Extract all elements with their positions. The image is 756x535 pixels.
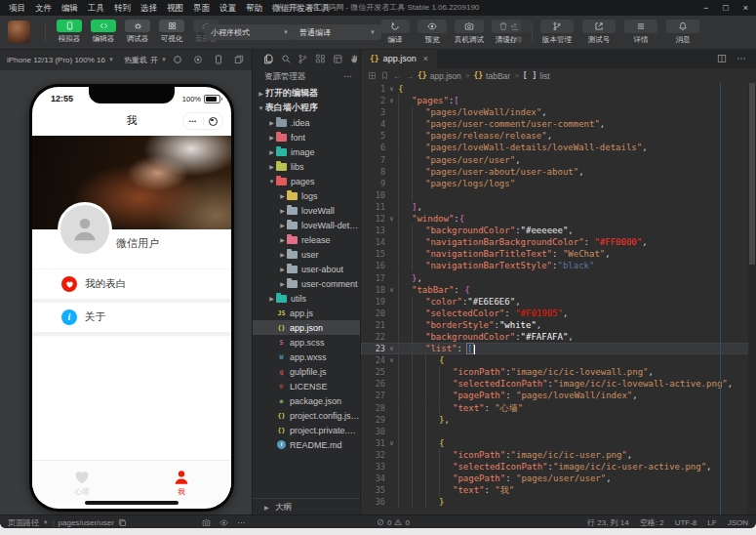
hot-reload-toggle[interactable]: 热重载 开 ▼	[124, 55, 167, 65]
user-avatar[interactable]	[8, 21, 30, 43]
code-line-26[interactable]: 26"selectedIconPath":"image/ic/ic-lovewa…	[361, 378, 756, 390]
code-line-22[interactable]: 22"backgroundColor":"#FAFAFA",	[361, 331, 756, 343]
minimize-button[interactable]: −	[703, 0, 708, 16]
tree-item-loveWall-details[interactable]: ▶loveWall-details	[253, 218, 360, 232]
maximize-button[interactable]: □	[723, 0, 728, 16]
真机调试-button[interactable]: 真机调试	[455, 20, 484, 45]
tree-item-打开的编辑器[interactable]: ▶打开的编辑器	[253, 86, 360, 101]
编译-button[interactable]: 编译	[380, 20, 410, 45]
menu-编辑[interactable]: 编辑	[57, 0, 83, 16]
code-line-13[interactable]: 13"backgroundColor":"#eeeeee",	[361, 225, 756, 236]
menu-项目[interactable]: 项目	[4, 0, 30, 16]
menu-帮助[interactable]: 帮助	[241, 0, 267, 16]
editor-scrollbar[interactable]	[748, 83, 756, 514]
code-line-15[interactable]: 15"navigationBarTitleText": "WeChat",	[361, 248, 756, 260]
code-line-29[interactable]: 29},	[361, 414, 756, 426]
tree-item-user[interactable]: ▶user	[253, 247, 360, 262]
fold-chevron-icon[interactable]: ∨	[385, 213, 398, 225]
fold-chevron-icon[interactable]: ∨	[385, 437, 398, 449]
code-line-33[interactable]: 33"selectedIconPath":"image/ic/ic-user-a…	[361, 461, 756, 473]
page-path-label[interactable]: 页面路径	[8, 517, 39, 528]
menu-界面[interactable]: 界面	[188, 0, 215, 16]
box-icon[interactable]	[333, 54, 343, 64]
tree-item-font[interactable]: ▶font	[253, 130, 360, 144]
tree-item-app.wxss[interactable]: Wapp.wxss	[253, 350, 360, 364]
encoding-setting[interactable]: UTF-8	[675, 518, 697, 527]
fold-chevron-icon[interactable]: ∨	[385, 354, 398, 366]
code-line-3[interactable]: 3"pages/loveWall/index",	[361, 106, 756, 118]
breadcrumb-item-tabBar[interactable]: {}tabBar	[473, 71, 510, 81]
tree-item-project.config.json[interactable]: {}project.config.json	[253, 408, 360, 423]
code-line-30[interactable]: 30	[361, 426, 756, 437]
code-line-25[interactable]: 25"iconPath":"image/ic/ic-lovewall.png",	[361, 366, 756, 378]
tree-item-package.json[interactable]: ◉package.json	[253, 393, 360, 408]
phone-icon[interactable]	[214, 55, 223, 64]
cursor-position[interactable]: 行 23, 列 14	[587, 517, 629, 528]
fold-chevron-icon[interactable]: ∨	[385, 83, 398, 95]
code-line-14[interactable]: 14"navigationBarBackgroundColor": "#FF00…	[361, 236, 756, 248]
branch-icon[interactable]	[298, 54, 308, 64]
fold-chevron-icon[interactable]: ∨	[385, 343, 398, 354]
more-icon[interactable]	[237, 518, 246, 527]
outline-section[interactable]: ▶ 大纲	[253, 498, 360, 514]
tree-item-utils[interactable]: ▶utils	[253, 291, 360, 306]
more-dots-icon[interactable]: •••	[183, 114, 203, 128]
scrollbar-thumb[interactable]	[749, 83, 755, 265]
code-line-11[interactable]: 11],	[361, 201, 756, 213]
tree-item-app.scss[interactable]: Sapp.scss	[253, 335, 360, 350]
调试器-button[interactable]: 调试器	[123, 20, 152, 44]
tree-item-app.js[interactable]: JSapp.js	[253, 306, 360, 320]
tree-item-README.md[interactable]: iREADME.md	[253, 437, 360, 452]
wechat-capsule[interactable]: •••	[182, 112, 223, 130]
menu-转到[interactable]: 转到	[109, 0, 136, 16]
code-line-18[interactable]: 18∨"tabBar": {	[361, 284, 756, 296]
device-select[interactable]: iPhone 12/13 (Pro) 100% 16▼	[7, 56, 114, 64]
copy-icon[interactable]	[118, 518, 127, 527]
fold-chevron-icon[interactable]: ∨	[385, 95, 398, 106]
版本管理-button[interactable]: 版本管理	[540, 20, 574, 45]
code-line-31[interactable]: 31∨{	[361, 437, 756, 449]
tree-item-app.json[interactable]: {}app.json	[253, 320, 360, 335]
tree-item-gulpfile.js[interactable]: ggulpfile.js	[253, 364, 360, 379]
menu-文件[interactable]: 文件	[30, 0, 57, 16]
compile-select[interactable]: 普通编译▼	[294, 24, 381, 40]
breadcrumb-item-app.json[interactable]: {}app.json	[418, 71, 461, 81]
split-icon[interactable]	[717, 54, 727, 63]
tree-item-pages[interactable]: ▼pages	[253, 174, 360, 188]
code-line-7[interactable]: 7"pages/user/user",	[361, 154, 756, 166]
tree-item-user-about[interactable]: ▶user-about	[253, 262, 360, 276]
fold-chevron-icon[interactable]: ∨	[385, 284, 398, 296]
more-actions-icon[interactable]: ⋯	[343, 68, 352, 85]
code-line-9[interactable]: 9"pages/logs/logs"	[361, 178, 756, 189]
code-line-1[interactable]: 1∨{	[361, 83, 756, 95]
menu-视图[interactable]: 视图	[162, 0, 188, 16]
code-line-17[interactable]: 17},	[361, 272, 756, 284]
close-target-icon[interactable]	[204, 117, 223, 126]
indent-setting[interactable]: 空格: 2	[640, 517, 664, 528]
tree-item-表白墙小程序[interactable]: ▼表白墙小程序	[253, 101, 360, 115]
code-line-24[interactable]: 24∨{	[361, 354, 756, 366]
code-line-20[interactable]: 20"selectedColor": "#F01905",	[361, 308, 756, 319]
back-arrow-icon[interactable]: ←	[393, 71, 402, 81]
search-icon[interactable]	[281, 54, 292, 64]
eol-setting[interactable]: LF	[707, 518, 716, 527]
code-line-36[interactable]: 36}	[361, 496, 756, 508]
tree-item-release[interactable]: ▶release	[253, 232, 360, 247]
menu-选择[interactable]: 选择	[136, 0, 162, 16]
user-avatar-circle[interactable]	[58, 202, 112, 257]
hand-icon[interactable]	[349, 54, 360, 64]
eye-icon[interactable]	[219, 518, 228, 527]
menu-微信开发者工具[interactable]: 微信开发者工具	[267, 0, 336, 16]
code-line-6[interactable]: 6"pages/loveWall-details/loveWall-detail…	[361, 142, 756, 153]
forward-arrow-icon[interactable]: →	[406, 71, 415, 81]
extensions-icon[interactable]	[315, 54, 326, 64]
tabbar-item-我[interactable]: 我	[132, 461, 231, 504]
close-button[interactable]: ×	[743, 0, 748, 16]
上传-button[interactable]: 上传	[498, 20, 532, 45]
code-line-34[interactable]: 34"pagePath": "pages/user/user",	[361, 473, 756, 484]
code-area[interactable]: 1∨{2∨"pages":[3"pages/loveWall/index",4"…	[361, 83, 756, 514]
预览-button[interactable]: 预览	[418, 20, 447, 45]
more-icon[interactable]	[736, 54, 746, 63]
problems-segment[interactable]: 0 0	[377, 515, 410, 528]
camera-icon[interactable]	[202, 518, 211, 527]
